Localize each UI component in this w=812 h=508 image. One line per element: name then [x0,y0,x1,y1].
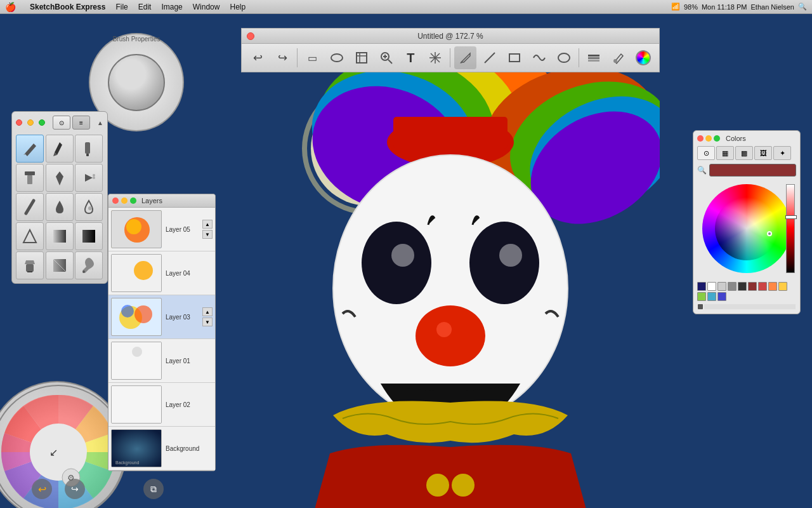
layer-up-btn[interactable]: ▲ [202,307,213,316]
color-wheel-tab[interactable]: ⊙ [697,146,715,160]
rect-shape-button[interactable] [504,46,526,69]
layers-toggle-btn[interactable]: ⧉ [143,479,164,499]
undo-button[interactable]: ↩ [247,46,269,69]
color-swatch[interactable] [758,282,767,291]
line-button[interactable] [479,46,501,69]
color-wheel-container[interactable] [698,180,795,277]
color-swatch[interactable] [748,282,757,291]
color-swatch[interactable] [738,282,747,291]
menu-help[interactable]: Help [225,1,251,13]
redo-bottom-btn[interactable]: ↪ [65,479,85,499]
layer-item[interactable]: Layer 05 ▲ ▼ [108,208,215,251]
tools-maximize-btn[interactable] [39,119,45,126]
bucket-tool[interactable] [16,251,44,279]
app-name-menu[interactable]: SketchBook Express [25,1,110,13]
color-special-tab[interactable]: ✦ [773,146,791,160]
window-close-button[interactable] [247,32,254,40]
round-brush-tool[interactable] [46,164,74,192]
layers-minimize-btn[interactable] [121,197,128,204]
svg-rect-44 [85,142,90,154]
color-swatch[interactable] [697,282,706,291]
teardrop-tool[interactable] [46,193,74,221]
layers-toolbar-button[interactable] [583,46,605,69]
canvas-area[interactable]: Untitled @ 172.7 % ↩ ↪ ▭ T [0,14,812,508]
marker-tool[interactable] [75,135,103,163]
svg-point-21 [416,305,485,366]
layer-item[interactable]: Layer 02 [108,383,215,427]
menu-image[interactable]: Image [156,1,187,13]
ellipse-button[interactable] [553,46,575,69]
pencil-tool[interactable] [16,135,44,163]
layer-item[interactable]: Layer 04 [108,251,215,295]
brightness-slider-thumb[interactable] [785,215,797,219]
wave-button[interactable] [528,46,551,69]
color-swatch[interactable] [717,292,726,301]
layer-item[interactable]: Background Background [108,427,215,471]
settings-tab[interactable]: ≡ [72,116,90,130]
expand-arrow[interactable]: ▲ [97,119,103,126]
layer-item[interactable]: Layer 01 [108,339,215,383]
menu-window[interactable]: Window [188,1,225,13]
color-swatch[interactable] [717,282,726,291]
crop-button[interactable] [351,46,373,69]
layer-item[interactable]: Layer 03 ▲ ▼ [108,295,215,339]
layer-down-btn[interactable]: ▼ [202,230,213,239]
ink-pen-tool[interactable] [46,135,74,163]
chalk-tool[interactable] [16,193,44,221]
gradient-tool[interactable] [46,222,74,250]
clown-painting[interactable] [241,72,660,508]
triangle-tool[interactable] [16,222,44,250]
layer-05-thumb [111,210,162,248]
search-menubar-icon[interactable]: 🔍 [798,3,807,11]
gradient-fill-tool[interactable] [46,251,74,279]
eyedropper-tool[interactable] [75,251,103,279]
colors-close-btn[interactable] [697,135,704,142]
select-lasso-button[interactable] [326,46,348,69]
color-search-input[interactable] [709,164,796,177]
layers-close-btn[interactable] [112,197,119,204]
brushes-tab[interactable]: ⊙ [53,116,70,130]
brush-size-dial[interactable] [108,54,165,111]
color-nav-current[interactable] [698,304,703,309]
color-wheel-button[interactable] [632,46,654,69]
colors-minimize-btn[interactable] [705,135,712,142]
tools-minimize-btn[interactable] [27,119,34,126]
tools-panel: ⊙ ≡ ▲ [11,111,108,284]
layers-maximize-btn[interactable] [130,197,136,204]
pen-button[interactable] [454,46,476,69]
svg-rect-69 [112,386,162,424]
layer-02-thumb [111,385,162,424]
color-swatch[interactable] [707,292,716,301]
flat-brush-tool[interactable] [16,164,44,192]
color-swatch[interactable] [697,292,706,301]
color-nav-bar[interactable] [704,304,796,309]
color-swatch[interactable] [707,282,716,291]
layer-down-btn[interactable]: ▼ [202,318,213,326]
toolbar-sep-3 [579,48,579,67]
colors-maximize-btn[interactable] [714,135,720,142]
airbrush-tool[interactable] [75,164,103,192]
color-swatch[interactable] [768,282,777,291]
apple-menu[interactable]: 🍎 [5,2,16,12]
color-grid-tab[interactable]: ▩ [735,146,753,160]
tools-close-btn[interactable] [16,119,22,126]
color-image-tab[interactable]: 🖼 [754,146,772,160]
text-button[interactable]: T [400,46,422,69]
redo-button[interactable]: ↪ [272,46,294,69]
layer-up-btn[interactable]: ▲ [202,220,213,229]
brush-picker-button[interactable] [608,46,630,69]
menu-edit[interactable]: Edit [133,1,157,13]
color-swatch[interactable] [778,282,787,291]
svg-rect-46 [25,171,35,175]
dark-gradient-tool[interactable] [75,222,103,250]
undo-bottom-btn[interactable]: ↩ [32,479,52,499]
zoom-button[interactable] [375,46,397,69]
water-drop-tool[interactable] [75,193,103,221]
select-rect-button[interactable]: ▭ [301,46,324,69]
color-brightness-slider[interactable] [786,184,795,273]
svg-line-37 [485,53,495,63]
color-swatch[interactable] [728,282,737,291]
menu-file[interactable]: File [110,1,133,13]
transform-button[interactable] [424,46,447,69]
color-swatches-tab[interactable]: ▦ [716,146,734,160]
